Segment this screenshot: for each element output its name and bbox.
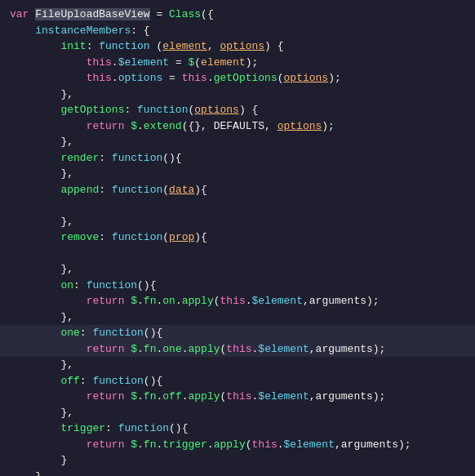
code-line: off: function(){ <box>0 373 475 389</box>
code-line: return $.extend({}, DEFAULTS, options); <box>0 118 475 135</box>
code-line: this.$element = $(element); <box>0 55 475 71</box>
code-line: }, <box>0 309 475 326</box>
code-line <box>0 246 475 262</box>
code-line: }, <box>0 405 475 421</box>
code-line: render: function(){ <box>0 150 475 167</box>
code-line: getOptions: function(options) { <box>0 102 475 118</box>
code-line: }, <box>0 166 475 182</box>
code-line: }, <box>0 134 475 150</box>
code-line: }, <box>0 214 475 230</box>
keyword-var: var <box>10 7 35 23</box>
code-line <box>0 198 475 214</box>
code-line: } <box>0 452 475 469</box>
code-line: return $.fn.one.apply(this.$element,argu… <box>0 341 475 358</box>
code-line: instanceMembers: { <box>0 23 475 39</box>
code-line: remove: function(prop){ <box>0 229 475 246</box>
code-line: }, <box>0 357 475 373</box>
code-line: return $.fn.off.apply(this.$element,argu… <box>0 389 475 405</box>
code-line: return $.fn.trigger.apply(this.$element,… <box>0 437 475 453</box>
code-editor: var FileUploadBaseView = Class({ instanc… <box>0 0 475 476</box>
code-line: append: function(data){ <box>0 182 475 198</box>
code-line: }, <box>0 469 475 477</box>
code-line: init: function (element, options) { <box>0 38 475 55</box>
code-line: this.options = this.getOptions(options); <box>0 70 475 87</box>
code-line: var FileUploadBaseView = Class({ <box>0 7 475 23</box>
code-line: }, <box>0 87 475 103</box>
code-line: on: function(){ <box>0 278 475 294</box>
code-line: one: function(){ <box>0 325 475 341</box>
code-line: trigger: function(){ <box>0 420 475 437</box>
code-line: }, <box>0 261 475 278</box>
code-line: return $.fn.on.apply(this.$element,argum… <box>0 293 475 309</box>
